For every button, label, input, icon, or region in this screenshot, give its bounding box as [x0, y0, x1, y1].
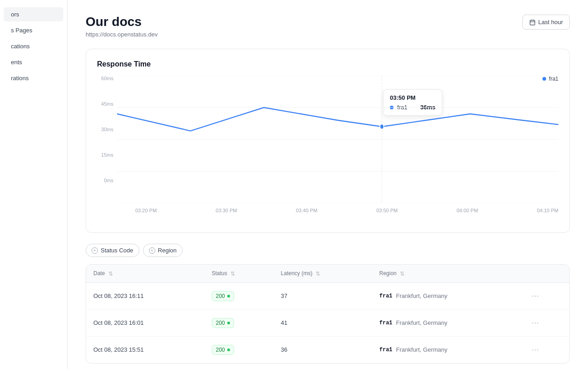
y-label-30: 30ms: [97, 127, 113, 132]
cell-latency-0: 37: [274, 282, 372, 309]
x-label-3: 03:50 PM: [376, 208, 398, 213]
cell-region-0: fra1 Frankfurt, Germany: [372, 282, 523, 309]
y-label-60: 60ms: [97, 76, 113, 81]
status-code-filter-label: Status Code: [101, 247, 133, 254]
sidebar: ors s Pages cations ents rations: [0, 0, 67, 369]
sort-icon-region: ⇅: [400, 271, 404, 277]
status-code-filter-button[interactable]: + Status Code: [86, 244, 139, 257]
region-name-2: Frankfurt, Germany: [396, 346, 448, 353]
sidebar-item-integrations[interactable]: rations: [4, 71, 63, 85]
main-content: Our docs https://docs.openstatus.dev Las…: [67, 0, 588, 369]
chart-container: fra1 03:50 PM fra1 36ms 0ms 15ms 30ms 45…: [97, 76, 558, 221]
status-dot-0: [227, 295, 230, 297]
col-date[interactable]: Date ⇅: [86, 265, 205, 282]
more-button-2[interactable]: ···: [530, 344, 541, 356]
table-row: Oct 08, 2023 15:51 200 36 fra1 Frankfurt…: [86, 336, 569, 363]
x-label-0: 03:20 PM: [135, 208, 157, 213]
status-dot-1: [227, 322, 230, 324]
plus-icon-status: +: [92, 247, 98, 254]
sort-icon-status: ⇅: [230, 271, 235, 277]
table-header: Date ⇅ Status ⇅ Latency (ms) ⇅ Region ⇅: [86, 265, 569, 282]
sidebar-item-notifications[interactable]: cations: [4, 39, 63, 53]
col-region[interactable]: Region ⇅: [372, 265, 523, 282]
chart-svg: [117, 76, 558, 203]
calendar-icon: [529, 19, 536, 26]
col-actions: [522, 265, 569, 282]
cell-status-2: 200: [205, 336, 274, 363]
sidebar-item-status-pages[interactable]: s Pages: [4, 23, 63, 37]
status-badge-2: 200: [212, 345, 234, 355]
svg-point-10: [380, 124, 384, 129]
x-label-1: 03:30 PM: [215, 208, 237, 213]
sort-icon-date: ⇅: [108, 271, 113, 277]
region-code-0: fra1: [379, 293, 393, 299]
status-badge-1: 200: [212, 318, 234, 328]
y-label-15: 15ms: [97, 152, 113, 158]
region-filter-label: Region: [158, 247, 177, 254]
col-latency[interactable]: Latency (ms) ⇅: [274, 265, 372, 282]
cell-actions-1: ···: [522, 309, 569, 336]
cell-status-0: 200: [205, 282, 274, 309]
region-name-1: Frankfurt, Germany: [396, 319, 448, 326]
region-name-0: Frankfurt, Germany: [396, 292, 448, 299]
response-time-chart-card: Response Time fra1 03:50 PM fra1 36ms: [86, 49, 570, 233]
cell-region-2: fra1 Frankfurt, Germany: [372, 336, 523, 363]
region-code-2: fra1: [379, 347, 393, 353]
status-badge-0: 200: [212, 291, 234, 301]
sort-icon-latency: ⇅: [316, 271, 320, 277]
col-status[interactable]: Status ⇅: [205, 265, 274, 282]
page-title: Our docs: [86, 15, 158, 29]
y-label-0: 0ms: [97, 178, 113, 183]
more-button-1[interactable]: ···: [530, 317, 541, 329]
table-row: Oct 08, 2023 16:01 200 41 fra1 Frankfurt…: [86, 309, 569, 336]
time-filter-button[interactable]: Last hour: [522, 15, 570, 30]
cell-date-1: Oct 08, 2023 16:01: [86, 309, 205, 336]
chart-title: Response Time: [97, 60, 558, 68]
sidebar-item-incidents[interactable]: ents: [4, 55, 63, 69]
cell-status-1: 200: [205, 309, 274, 336]
data-table: Date ⇅ Status ⇅ Latency (ms) ⇅ Region ⇅: [86, 264, 570, 364]
sidebar-item-monitors[interactable]: ors: [4, 7, 63, 21]
plus-icon-region: +: [149, 247, 155, 254]
table-row: Oct 08, 2023 16:11 200 37 fra1 Frankfurt…: [86, 282, 569, 309]
cell-actions-0: ···: [522, 282, 569, 309]
page-header: Our docs https://docs.openstatus.dev Las…: [86, 15, 570, 38]
region-filter-button[interactable]: + Region: [143, 244, 183, 257]
x-label-5: 04:10 PM: [537, 208, 558, 213]
y-axis: 0ms 15ms 30ms 45ms 60ms: [97, 76, 113, 185]
cell-latency-2: 36: [274, 336, 372, 363]
cell-latency-1: 41: [274, 309, 372, 336]
cell-region-1: fra1 Frankfurt, Germany: [372, 309, 523, 336]
x-label-4: 04:00 PM: [457, 208, 478, 213]
table-body: Oct 08, 2023 16:11 200 37 fra1 Frankfurt…: [86, 282, 569, 363]
y-label-45: 45ms: [97, 101, 113, 107]
cell-date-2: Oct 08, 2023 15:51: [86, 336, 205, 363]
cell-actions-2: ···: [522, 336, 569, 363]
page-header-text: Our docs https://docs.openstatus.dev: [86, 15, 158, 38]
region-code-1: fra1: [379, 320, 393, 326]
page-subtitle: https://docs.openstatus.dev: [86, 31, 158, 38]
status-dot-2: [227, 348, 230, 351]
x-axis: 03:20 PM 03:30 PM 03:40 PM 03:50 PM 04:0…: [117, 206, 558, 213]
filter-bar: + Status Code + Region: [86, 244, 570, 257]
svg-rect-0: [530, 20, 535, 25]
results-table: Date ⇅ Status ⇅ Latency (ms) ⇅ Region ⇅: [86, 265, 569, 363]
x-label-2: 03:40 PM: [296, 208, 317, 213]
chart-inner: 0ms 15ms 30ms 45ms 60ms: [97, 76, 558, 213]
cell-date-0: Oct 08, 2023 16:11: [86, 282, 205, 309]
more-button-0[interactable]: ···: [530, 290, 541, 302]
